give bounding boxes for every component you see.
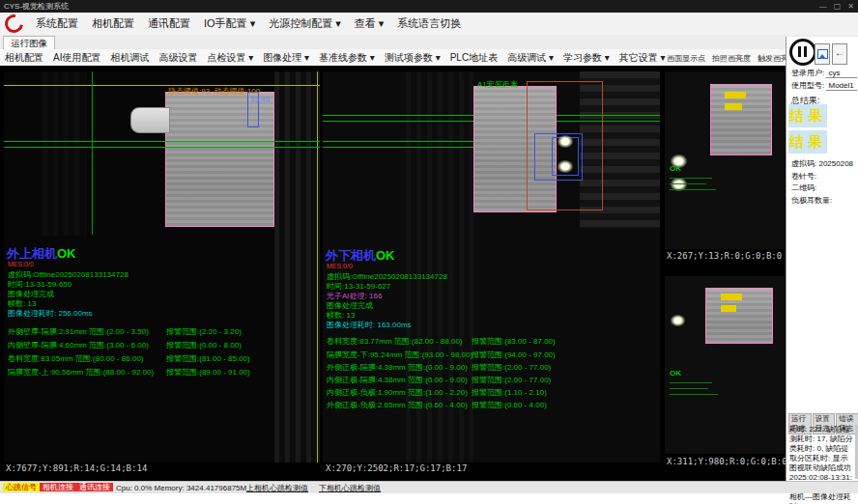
needle-row: 卷针号: [791, 171, 816, 182]
snapshot-button[interactable] [815, 43, 830, 65]
tool-ai-config[interactable]: AI使用配置 [48, 51, 105, 65]
tool-image-processing[interactable]: 图像处理 ▾ [258, 51, 314, 65]
left-green-hline-2 [4, 147, 320, 148]
pause-icon [804, 46, 807, 57]
thumb-bottom-textline [670, 388, 708, 389]
menu-system-config[interactable]: 系统配置 [29, 16, 85, 31]
maximize-button[interactable]: ▢ [834, 0, 842, 13]
left-edge-line [317, 71, 318, 462]
tool-plc-table[interactable]: PLC地址表 [445, 51, 502, 65]
thumb-top-label-chip-2 [725, 103, 742, 110]
camera-connect-badge: 相机连接 [40, 483, 76, 491]
tool-camera-debug[interactable]: 相机调试 [105, 51, 154, 65]
thumb-bottom-view[interactable]: OK [665, 276, 785, 454]
tool-learn-params[interactable]: 学习参数 ▾ [558, 51, 615, 65]
left-camera-name: 外上相机 [7, 246, 57, 261]
thumb-top-ok: OK [670, 164, 681, 173]
mid-camera-view[interactable]: A1安装距离 外下相机OK MES:0/0 虚拟码:Offline2025020… [323, 71, 660, 462]
thumb-bottom-glow [671, 315, 685, 326]
tool-test-params[interactable]: 测试项参数 ▾ [380, 51, 445, 65]
menu-view[interactable]: 查看 ▾ [348, 16, 391, 31]
mid-tab-glow-2 [558, 160, 573, 173]
menu-language-switch[interactable]: 系统语言切换 [390, 16, 468, 31]
left-bg-striations [274, 71, 320, 462]
menu-comm-config[interactable]: 通讯配置 [141, 16, 197, 31]
thumb-top-label-chip-1 [725, 92, 746, 98]
thumb-bottom-ok: OK [670, 369, 681, 378]
thumb-header-1: 画面显示点 [667, 53, 705, 64]
left-green-hline-1 [4, 141, 320, 142]
login-user-label: 登录用户: [791, 69, 824, 77]
result-box-lower: 结果 [788, 130, 827, 154]
thumb-bottom-textline [670, 394, 718, 395]
tool-advanced-debug[interactable]: 高级调试 ▾ [502, 51, 558, 65]
lower-camera-heartbeat-link[interactable]: 下相机心跳检测值 [319, 483, 381, 493]
menu-camera-config[interactable]: 相机配置 [85, 16, 141, 31]
mid-view-coordinates: X:270;Y:2502;R:17;G:17;B:17 [326, 463, 467, 473]
left-alarm-text: 报警范围:(2.20 - 3.20) [166, 326, 242, 337]
tool-advanced-settings[interactable]: 高级设置 [154, 51, 202, 65]
left-mes-line: MES:0/0 [8, 261, 34, 267]
left-connector-part [130, 107, 170, 133]
thumb-top-view[interactable]: OK [665, 71, 785, 249]
thumb-top-textline [670, 178, 712, 179]
pause-icon [798, 46, 801, 57]
virtual-code-value: 20250208 [818, 159, 853, 168]
mid-alarm-text: 报警范围:(94.00 - 97.00) [472, 350, 556, 360]
main-workspace: 静态阈值:93, 动态阈值:100 53.46 外上相机OK MES:0/0 虚… [0, 66, 786, 492]
left-yellow-line [4, 85, 320, 86]
left-camera-view[interactable]: 静态阈值:93, 动态阈值:100 53.46 外上相机OK MES:0/0 虚… [4, 71, 320, 462]
left-bg-panel [43, 71, 86, 236]
cpu-memory-text: Cpu: 0.0% Memory: 3424.41796875M [116, 483, 246, 493]
mid-measure-text: 内侧正极-负极:1.90mm 范围:(1.00 - 2.20) [327, 387, 468, 398]
left-alarm-text: 报警范围:(89.00 - 91.00) [166, 367, 250, 378]
tool-baseline-params[interactable]: 基准线参数 ▾ [314, 51, 380, 65]
mid-alarm-text: 报警范围:(2.00 - 77.00) [472, 375, 551, 385]
left-measure-text: 隔膜宽度-上:90.56mm 范围:(88.00 - 92.00) [8, 367, 154, 378]
mid-alarm-text: 报警范围:(0.60 - 4.00) [472, 400, 547, 410]
menu-light-config[interactable]: 光源控制配置 ▾ [262, 16, 348, 31]
model-row: 使用型号: Model1 [791, 80, 857, 91]
thumb-bottom-coordinates: X:311;Y:980;R:0;G:0;B:0 [667, 457, 787, 466]
status-bar: 心跳信号 相机连接 通讯连接 Cpu: 0.0% Memory: 3424.41… [0, 481, 858, 493]
image-icon [817, 49, 828, 59]
result-box-upper: 结果 [788, 104, 827, 127]
upper-camera-heartbeat-link[interactable]: 上相机心跳检测值 [246, 483, 308, 493]
heartbeat-badge: 心跳信号 [3, 483, 40, 491]
login-user-value[interactable]: cys [826, 69, 857, 78]
right-panel: ← 登录用户: cys 使用型号: Model1 总结果: 结果 结果 虚拟码:… [786, 37, 858, 481]
mid-measure-text: 卷料宽度:83.77mm 范围:(82.00 - 88.00) [327, 336, 463, 347]
left-elapsed-line: 图像处理耗时: 256.00ms [8, 308, 93, 319]
return-button[interactable]: ← [832, 43, 847, 65]
tool-other-settings[interactable]: 其它设置 ▾ [615, 51, 671, 65]
thumb-header-2: 拍照画亮度 [712, 53, 751, 64]
close-button[interactable]: ✕ [847, 0, 854, 13]
minimize-button[interactable]: — [819, 0, 827, 13]
mid-alarm-text: 报警范围:(2.00 - 77.00) [472, 362, 551, 373]
mid-alarm-text: 报警范围:(83.00 - 87.00) [472, 336, 556, 347]
thumb-top-textline [670, 189, 716, 190]
pause-button[interactable] [789, 39, 816, 66]
menu-bar: 系统配置 相机配置 通讯配置 IO手配置 ▾ 光源控制配置 ▾ 查看 ▾ 系统语… [0, 13, 858, 36]
left-measure-text: 卷料宽度:83.05mm 范围:(80.00 - 86.00) [8, 353, 144, 364]
model-value[interactable]: Model1 [826, 81, 857, 91]
thumb-top-coordinates: X:267;Y:13;R:0;G:0;B:0 [667, 251, 782, 261]
left-view-coordinates: X:7677;Y:891;R:14;G:14;B:14 [6, 463, 147, 473]
neg-tab-count-row: 负极耳数量: [791, 195, 832, 206]
needle-label: 卷针号: [791, 172, 816, 181]
tab-strip: 运行图像 [0, 35, 858, 50]
menu-io-config[interactable]: IO手配置 ▾ [197, 16, 262, 31]
model-label: 使用型号: [791, 81, 824, 90]
tool-spot-check[interactable]: 点检设置 ▾ [202, 51, 258, 65]
mid-tab-glow-1 [558, 135, 573, 148]
tab-run-image[interactable]: 运行图像 [3, 36, 55, 49]
login-user-row: 登录用户: cys [791, 68, 857, 78]
mid-alarm-text: 报警范围:(1.10 - 2.10) [472, 387, 547, 398]
thumb-bottom-label-chip-1 [721, 294, 742, 300]
left-measure-text: 内侧壁厚-隔膜:4.60mm 范围:(3.00 - 6.00) [8, 340, 149, 350]
left-blue-measure-label: 53.46 [250, 95, 270, 103]
mid-measure-text: 隔膜宽度-下:95.24mm 范围:(93.00 - 98.00) [327, 350, 472, 360]
thumb-bottom-textline [670, 382, 712, 383]
virtual-code-row: 虚拟码: 20250208 [791, 158, 853, 169]
tool-camera-config[interactable]: 相机配置 [0, 51, 48, 65]
